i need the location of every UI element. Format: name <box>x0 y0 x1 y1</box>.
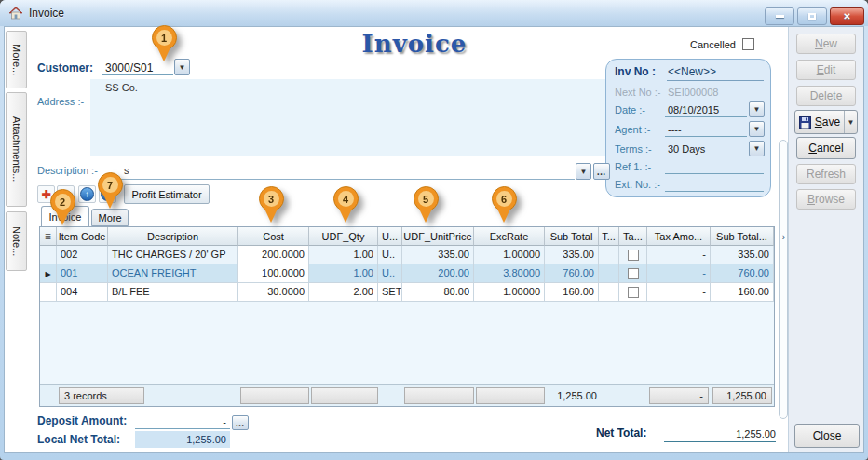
date-dropdown-button[interactable]: ▼ <box>749 101 765 117</box>
titlebar[interactable]: Invoice ✕ <box>0 0 868 26</box>
grid-row-3[interactable]: 004 B/L FEE 30.0000 2.00 SET 80.00 1.000… <box>40 283 774 302</box>
cancel-button[interactable]: Cancel <box>796 137 856 159</box>
deposit-ellipsis-button[interactable]: … <box>232 415 249 430</box>
grid-row-2-selected[interactable]: ▶ 001 OCEAN FREIGHT 100.0000 1.00 U.. 20… <box>40 264 774 283</box>
address-label: Address :- <box>37 96 84 107</box>
col-header-item-code[interactable]: Item Code <box>57 227 108 246</box>
agent-dropdown-button[interactable]: ▼ <box>749 121 765 137</box>
minimize-button[interactable] <box>765 7 794 25</box>
col-header-udf-qty[interactable]: UDF_Qty <box>309 227 378 246</box>
browse-button[interactable]: Browse <box>796 189 856 210</box>
sidebar-tab-attachments[interactable]: Attachments... <box>6 92 27 207</box>
footer-sub-total-tax: 1,255.00 <box>712 387 772 404</box>
col-header-udf-unitprice[interactable]: UDF_UnitPrice <box>402 227 474 246</box>
cell-tax-amount[interactable]: - <box>647 264 711 283</box>
cell-tax-code[interactable] <box>599 264 619 283</box>
cell-description[interactable]: THC CHARGES / 20' GP <box>108 246 238 264</box>
cell-udf-unitprice[interactable]: 335.00 <box>402 246 474 264</box>
ext-no-field[interactable] <box>665 179 764 192</box>
terms-dropdown-button[interactable]: ▼ <box>749 141 765 156</box>
col-header-sub-total[interactable]: Sub Total <box>545 227 599 246</box>
splitter-expand-icon[interactable]: › <box>780 232 788 242</box>
cell-udf-unitprice[interactable]: 200.00 <box>402 264 474 283</box>
cell-sub-total[interactable]: 760.00 <box>545 264 599 283</box>
marker-5-udf-unitprice: 5 <box>413 186 439 227</box>
new-button[interactable]: New <box>796 34 856 54</box>
col-header-uom[interactable]: U... <box>378 227 402 246</box>
cell-tax-code[interactable] <box>599 246 619 264</box>
profit-estimator-button[interactable]: Profit Estimator <box>124 184 210 204</box>
footer-cost-box <box>240 387 309 404</box>
save-options-arrow[interactable]: ▼ <box>844 111 857 133</box>
cell-uom[interactable]: U.. <box>378 264 402 283</box>
description-ellipsis-button[interactable]: … <box>593 163 610 180</box>
sidebar-tab-more[interactable]: More... <box>6 31 27 88</box>
cell-item-code[interactable]: 002 <box>57 246 108 264</box>
date-underline <box>665 103 747 117</box>
maximize-button[interactable] <box>797 7 827 25</box>
cell-sub-total-tax[interactable]: 160.00 <box>711 283 774 302</box>
save-button[interactable]: Save ▼ <box>794 110 858 134</box>
grid-header-row: ≣ Item Code Description Cost UDF_Qty U..… <box>40 227 774 246</box>
cell-tax-amount[interactable]: - <box>647 283 711 302</box>
cell-tax-inclusive <box>619 283 647 302</box>
cell-excrate[interactable]: 1.00000 <box>474 283 545 302</box>
close-window-button[interactable]: ✕ <box>830 7 864 25</box>
cell-cost[interactable]: 100.0000 <box>238 264 309 283</box>
address-box[interactable]: SS Co. <box>90 79 610 156</box>
col-header-cost[interactable]: Cost <box>238 227 309 246</box>
cell-sub-total[interactable]: 335.00 <box>545 246 599 264</box>
col-header-description[interactable]: Description <box>108 227 238 246</box>
refresh-button[interactable]: Refresh <box>796 164 856 184</box>
edit-button[interactable]: Edit <box>796 60 856 80</box>
description-dropdown-button[interactable]: ▼ <box>576 163 591 180</box>
cell-uom[interactable]: U.. <box>378 246 402 264</box>
ref1-field[interactable] <box>665 161 764 174</box>
move-up-button[interactable]: ↑ <box>78 185 96 203</box>
col-header-tax-inclusive[interactable]: Ta... <box>619 227 647 246</box>
col-header-sub-total-tax[interactable]: Sub Total... <box>711 227 774 246</box>
description-field[interactable] <box>100 165 575 180</box>
cell-tax-inclusive <box>619 264 647 283</box>
cell-excrate[interactable]: 1.00000 <box>474 246 545 264</box>
column-chooser-button[interactable]: ≣ <box>40 227 57 246</box>
tab-more-label: More <box>98 212 121 223</box>
cell-sub-total[interactable]: 160.00 <box>545 283 599 302</box>
cell-tax-amount[interactable]: - <box>647 246 711 264</box>
invoice-window: Invoice ✕ More... Attachments... Note...… <box>0 0 868 460</box>
close-button[interactable]: Close <box>794 424 860 448</box>
cancelled-checkbox[interactable] <box>742 38 754 50</box>
panel-splitter[interactable] <box>779 140 788 419</box>
tax-inclusive-checkbox[interactable] <box>628 250 639 261</box>
tax-inclusive-checkbox[interactable] <box>628 287 639 298</box>
cell-uom[interactable]: SET <box>378 283 402 302</box>
col-header-excrate[interactable]: ExcRate <box>474 227 545 246</box>
footer-unitprice-box <box>404 387 474 404</box>
marker-4-udf-qty: 4 <box>332 186 359 227</box>
cell-item-code[interactable]: 004 <box>57 283 108 302</box>
cell-udf-unitprice[interactable]: 80.00 <box>402 283 474 302</box>
cell-cost[interactable]: 30.0000 <box>238 283 309 302</box>
ellipsis-icon: … <box>236 418 246 428</box>
cell-sub-total-tax[interactable]: 760.00 <box>711 264 774 283</box>
cell-excrate[interactable]: 3.80000 <box>474 264 545 283</box>
cell-item-code[interactable]: 001 <box>57 264 108 283</box>
cell-udf-qty[interactable]: 2.00 <box>309 283 378 302</box>
delete-button[interactable]: Delete <box>796 86 856 106</box>
col-header-tax-code[interactable]: T... <box>599 227 619 246</box>
cell-tax-inclusive <box>619 246 647 264</box>
deposit-field[interactable]: - <box>135 414 230 429</box>
cell-tax-code[interactable] <box>599 283 619 302</box>
row-indicator <box>40 283 57 302</box>
tax-inclusive-checkbox[interactable] <box>628 268 639 279</box>
cell-sub-total-tax[interactable]: 335.00 <box>711 246 774 264</box>
grid-row-1[interactable]: 002 THC CHARGES / 20' GP 200.0000 1.00 U… <box>40 246 774 264</box>
cell-description[interactable]: B/L FEE <box>108 283 238 302</box>
sidebar-tab-note[interactable]: Note... <box>6 211 27 271</box>
cell-description[interactable]: OCEAN FREIGHT <box>108 264 238 283</box>
column-chooser-icon: ≣ <box>45 232 52 241</box>
col-header-tax-amount[interactable]: Tax Amo... <box>647 227 711 246</box>
cell-cost[interactable]: 200.0000 <box>238 246 309 264</box>
cell-udf-qty[interactable]: 1.00 <box>309 264 378 283</box>
cell-udf-qty[interactable]: 1.00 <box>309 246 378 264</box>
